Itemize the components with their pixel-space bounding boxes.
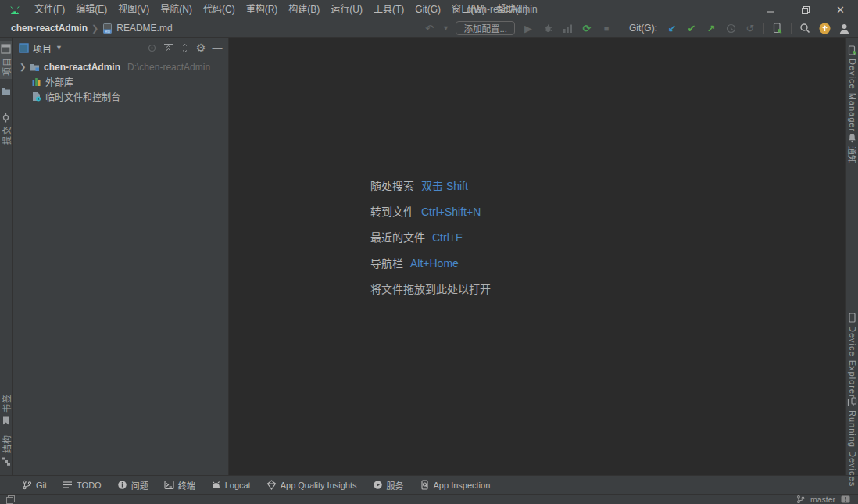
expand-all-icon[interactable] (162, 41, 174, 54)
stripe-bookmarks-label: 书签 (0, 394, 13, 413)
tree-row-scratches[interactable]: 临时文件和控制台 (13, 89, 228, 104)
tool-button-app-inspection[interactable]: App Inspection (420, 480, 491, 490)
tool-button-label: Logcat (225, 481, 251, 490)
todo-list-icon (63, 480, 73, 490)
git-push-icon[interactable]: ↗ (705, 22, 717, 34)
tool-button-label: 终端 (178, 479, 195, 491)
svg-text:MD: MD (105, 29, 110, 33)
search-everywhere-icon[interactable] (799, 22, 811, 34)
chevron-right-icon[interactable]: ❯ (20, 63, 26, 71)
breadcrumb-project[interactable]: chen-reactAdmin (11, 23, 88, 34)
menu-navigate[interactable]: 导航(N) (155, 0, 198, 20)
device-manager-icon (847, 45, 857, 55)
stripe-bookmarks-button[interactable]: 书签 (0, 394, 12, 426)
maximize-icon (802, 6, 810, 14)
tool-button-todo[interactable]: TODO (63, 480, 102, 490)
firebase-gem-icon (266, 480, 277, 490)
menu-run[interactable]: 运行(U) (325, 0, 368, 20)
git-update-icon[interactable]: ↙ (666, 22, 678, 34)
breadcrumb-file[interactable]: README.md (116, 23, 172, 34)
project-panel-header: 项目 ▼ ⚙ — (13, 38, 228, 58)
hint-navigation-bar: 导航栏Alt+Home (370, 256, 491, 272)
git-branch-name[interactable]: master (810, 495, 835, 504)
rollback-icon: ↺ (744, 22, 756, 34)
tree-row-external-libraries[interactable]: 外部库 (13, 74, 228, 89)
status-bar: master (0, 494, 858, 504)
stripe-running-devices-button[interactable]: Running Devices (846, 397, 858, 487)
stripe-notifications-button[interactable]: 通知 (846, 133, 858, 165)
right-tool-stripe: Device Manager 通知 Device Explorer Runnin… (845, 38, 858, 475)
git-commit-check-icon[interactable]: ✔ (685, 22, 698, 34)
locate-file-icon (145, 41, 158, 54)
chevron-down-icon[interactable]: ▼ (442, 22, 449, 34)
terminal-icon (164, 480, 174, 490)
back-navigation-icon[interactable]: ↶ (423, 22, 435, 34)
menu-view[interactable]: 视图(V) (113, 0, 155, 20)
stripe-project-files-button[interactable] (0, 86, 12, 96)
external-libraries-icon (31, 77, 41, 87)
title-bar: 文件(F) 编辑(E) 视图(V) 导航(N) 代码(C) 重构(R) 构建(B… (0, 0, 858, 20)
stripe-device-manager-button[interactable]: Device Manager (846, 45, 858, 132)
hint-search-everywhere: 随处搜索双击 Shift (370, 178, 491, 195)
tool-button-git[interactable]: Git (22, 480, 47, 490)
menu-git[interactable]: Git(G) (409, 0, 446, 20)
chevron-down-icon[interactable]: ▼ (55, 44, 63, 52)
profile-avatar-icon[interactable] (838, 22, 850, 34)
maximize-button[interactable] (788, 0, 823, 20)
running-devices-icon (847, 397, 857, 407)
project-view-icon (19, 43, 29, 53)
tree-item-name: 临时文件和控制台 (45, 90, 120, 103)
event-log-icon[interactable] (841, 495, 850, 503)
menu-tools[interactable]: 工具(T) (368, 0, 409, 20)
git-branch-icon (796, 495, 805, 504)
stripe-device-explorer-button[interactable]: Device Explorer (846, 313, 858, 399)
project-panel-title[interactable]: 项目 (33, 41, 52, 55)
tool-button-label: App Quality Insights (281, 481, 357, 490)
menu-file[interactable]: 文件(F) (29, 0, 70, 20)
gradle-sync-icon[interactable]: ⟳ (581, 22, 593, 34)
tool-button-problems[interactable]: 问题 (117, 479, 148, 491)
tree-item-path: D:\chen-reactAdmin (127, 62, 210, 73)
menu-refactor[interactable]: 重构(R) (241, 0, 284, 20)
services-icon (373, 480, 383, 490)
structure-icon (1, 456, 11, 466)
tool-button-services[interactable]: 服务 (373, 479, 404, 491)
menu-build[interactable]: 构建(B) (283, 0, 325, 20)
tool-button-label: 问题 (131, 479, 148, 491)
hint-goto-file: 转到文件Ctrl+Shift+N (370, 204, 491, 220)
stripe-commit-button[interactable]: 提交 (0, 113, 12, 145)
tool-button-label: Git (36, 481, 47, 490)
android-studio-logo-icon (8, 5, 22, 16)
ide-update-icon[interactable] (818, 22, 831, 34)
project-tool-icon (1, 44, 11, 54)
tool-button-terminal[interactable]: 终端 (164, 479, 195, 491)
scratches-icon (31, 91, 41, 102)
window-title: chen-reactAdmin (467, 0, 538, 20)
tool-window-switcher-icon[interactable] (6, 495, 15, 504)
menu-code[interactable]: 代码(C) (198, 0, 241, 20)
stripe-structure-button[interactable]: 结构 (0, 434, 12, 466)
editor-area[interactable]: 随处搜索双击 Shift 转到文件Ctrl+Shift+N 最近的文件Ctrl+… (229, 38, 845, 475)
tree-item-name: 外部库 (45, 75, 73, 88)
minimize-button[interactable] (753, 0, 788, 20)
tree-row-project-root[interactable]: ❯ chen-reactAdmin D:\chen-reactAdmin (13, 59, 228, 74)
toolbar-divider (620, 23, 620, 34)
device-explorer-icon (847, 313, 857, 323)
tool-button-app-quality-insights[interactable]: App Quality Insights (266, 480, 357, 490)
minimize-icon (767, 6, 774, 14)
collapse-all-icon[interactable] (178, 41, 191, 54)
shortcut-hints: 随处搜索双击 Shift 转到文件Ctrl+Shift+N 最近的文件Ctrl+… (370, 178, 491, 298)
android-studio-window: 文件(F) 编辑(E) 视图(V) 导航(N) 代码(C) 重构(R) 构建(B… (0, 0, 858, 504)
stripe-project-button[interactable]: 项目 (0, 41, 12, 79)
commit-icon (1, 113, 11, 123)
stripe-structure-label: 结构 (0, 434, 13, 453)
add-configuration-button[interactable]: 添加配置... (456, 21, 515, 35)
settings-gear-icon[interactable]: ⚙ (195, 41, 207, 54)
hide-panel-icon[interactable]: — (211, 41, 223, 54)
bookmark-icon (1, 416, 11, 426)
close-button[interactable]: ✕ (823, 0, 858, 20)
tool-button-logcat[interactable]: Logcat (211, 480, 251, 490)
device-manager-icon[interactable] (771, 22, 784, 34)
stripe-device-manager-label: Device Manager (848, 59, 857, 132)
menu-edit[interactable]: 编辑(E) (70, 0, 113, 20)
